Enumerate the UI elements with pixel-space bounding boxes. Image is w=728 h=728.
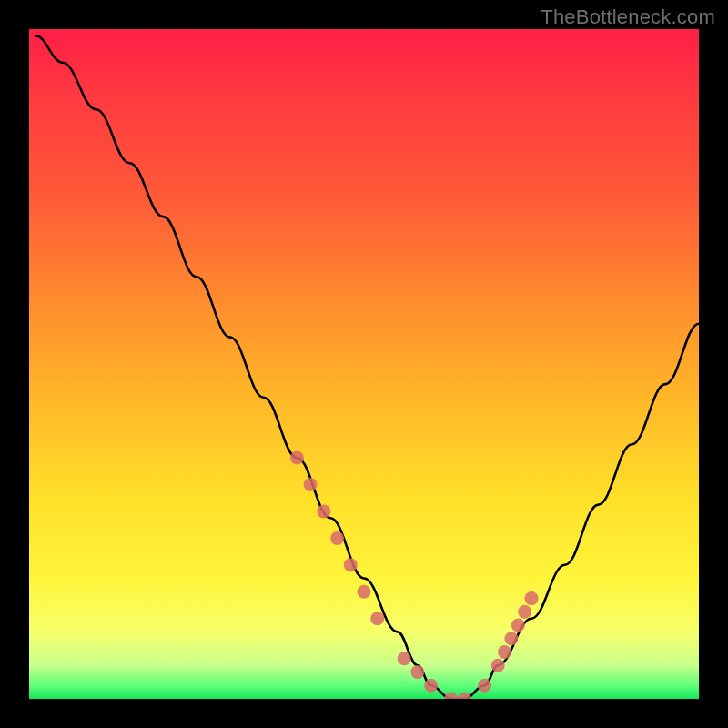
marker-dot — [410, 665, 424, 679]
chart-frame: TheBottleneck.com — [0, 0, 728, 728]
curve-group — [35, 35, 699, 699]
marker-dot — [370, 612, 384, 625]
marker-dot — [458, 693, 471, 700]
marker-dot — [317, 504, 330, 518]
marker-dot — [358, 585, 371, 599]
marker-dot — [444, 693, 458, 700]
marker-dot — [344, 558, 358, 571]
marker-dot — [478, 679, 491, 693]
plot-area — [29, 29, 699, 699]
marker-dot — [304, 478, 318, 491]
marker-dot — [491, 659, 505, 672]
marker-dot — [290, 451, 304, 465]
marker-dot — [525, 592, 539, 605]
marker-dot — [498, 645, 511, 659]
marker-dot — [330, 531, 344, 545]
watermark-text: TheBottleneck.com — [541, 5, 715, 29]
bottleneck-curve — [35, 35, 699, 699]
chart-svg — [29, 29, 699, 699]
marker-dot — [504, 632, 518, 645]
marker-dot — [424, 679, 438, 693]
marker-dot — [398, 652, 411, 665]
marker-dot — [511, 619, 525, 632]
marker-dot — [518, 605, 531, 619]
